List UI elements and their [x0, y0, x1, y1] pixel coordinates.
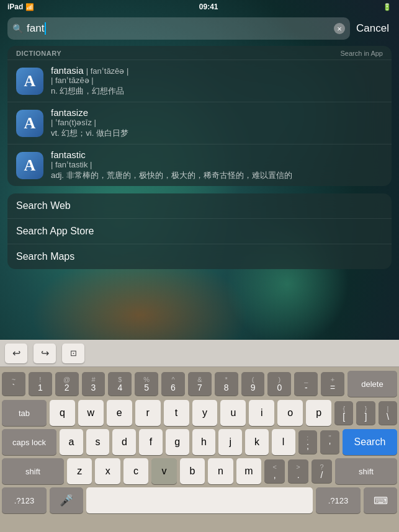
- key-rparen-0[interactable]: )0: [267, 372, 291, 396]
- suggestion-search-web[interactable]: Search Web: [7, 193, 392, 218]
- key-i[interactable]: i: [249, 400, 274, 426]
- keyboard: ↩ ↪ ⊡ ~` !1 @2 #3 $4 %5 ^6 &7 *8 (9 )0 _…: [0, 340, 399, 532]
- undo-button[interactable]: ↩: [5, 344, 27, 363]
- keyboard-row-qwerty: tab q w e r t y u i o p {[ }] |\: [2, 400, 397, 426]
- key-b[interactable]: b: [180, 458, 205, 484]
- battery-icon: 🔋: [383, 3, 392, 11]
- key-e[interactable]: e: [107, 400, 132, 426]
- left-shift-key[interactable]: shift: [2, 458, 64, 484]
- suggestion-label: Search Web: [16, 200, 71, 211]
- key-at-2[interactable]: @2: [55, 372, 79, 396]
- key-s[interactable]: s: [86, 429, 110, 455]
- key-f[interactable]: f: [139, 429, 163, 455]
- key-lparen-9[interactable]: (9: [241, 372, 265, 396]
- status-right: 🔋: [383, 3, 392, 11]
- key-u[interactable]: u: [220, 400, 246, 426]
- dictionary-item[interactable]: A fantasize | ˈfan(t)əsīz | vt. 幻想；vi. 做…: [7, 102, 392, 144]
- dict-content: fantasize | ˈfan(t)əsīz | vt. 幻想；vi. 做白日…: [51, 107, 383, 139]
- key-m[interactable]: m: [236, 458, 261, 484]
- suggestion-search-maps[interactable]: Search Maps: [7, 244, 392, 269]
- delete-key[interactable]: delete: [347, 371, 397, 397]
- key-h[interactable]: h: [192, 429, 216, 455]
- key-pipe-backslash[interactable]: |\: [379, 401, 397, 425]
- search-bar[interactable]: 🔍 fant Cancel: [7, 17, 392, 40]
- suggestion-search-appstore[interactable]: Search App Store: [7, 218, 392, 244]
- key-o[interactable]: o: [277, 400, 303, 426]
- key-z[interactable]: z: [67, 458, 92, 484]
- results-panel: DICTIONARY Search in App A fantasia | fa…: [7, 46, 392, 269]
- dict-word: fantastic: [51, 149, 383, 160]
- key-w[interactable]: w: [78, 400, 104, 426]
- redo-button[interactable]: ↪: [34, 344, 56, 363]
- keyboard-row-space: .?123 🎤 .?123 ⌨: [2, 487, 397, 513]
- query-text: fant: [27, 22, 44, 34]
- search-in-app-link[interactable]: Search in App: [341, 50, 383, 57]
- search-key[interactable]: Search: [343, 429, 397, 455]
- key-c[interactable]: c: [123, 458, 148, 484]
- key-hash-3[interactable]: #3: [82, 372, 105, 396]
- key-v[interactable]: v: [151, 458, 176, 484]
- key-lbrace-lbracket[interactable]: {[: [334, 401, 353, 425]
- key-a[interactable]: a: [60, 429, 83, 455]
- key-p[interactable]: p: [306, 400, 331, 426]
- key-g[interactable]: g: [166, 429, 189, 455]
- dictionary-header: DICTIONARY Search in App: [7, 46, 392, 60]
- status-time: 09:41: [199, 2, 218, 11]
- key-123-right[interactable]: .?123: [316, 487, 361, 513]
- paste-button[interactable]: ⊡: [62, 344, 84, 363]
- key-rbrace-rbracket[interactable]: }]: [356, 401, 375, 425]
- screen: iPad 📶 09:41 🔋 🔍 fant Cancel DICTIONARY …: [0, 0, 399, 532]
- dict-word: fantasize: [51, 107, 383, 118]
- search-query: fant: [27, 22, 330, 35]
- search-input-container[interactable]: 🔍 fant: [7, 17, 350, 40]
- key-plus-equals[interactable]: +=: [321, 372, 344, 396]
- dictionary-label: DICTIONARY: [16, 50, 61, 57]
- dict-definition: adj. 非常棒的，荒唐的，极快的，极大的，稀奇古怪的，难以置信的: [51, 170, 383, 181]
- dict-definition: n. 幻想曲，幻想作品: [51, 86, 383, 97]
- keyboard-row-numbers: ~` !1 @2 #3 $4 %5 ^6 &7 *8 (9 )0 _- += d…: [2, 371, 397, 397]
- dict-definition: vt. 幻想；vi. 做白日梦: [51, 128, 383, 139]
- keyboard-dismiss-key[interactable]: ⌨: [364, 487, 397, 513]
- dict-phonetic-display: | fanˈtastik |: [51, 160, 383, 169]
- key-amp-7[interactable]: &7: [188, 372, 212, 396]
- caps-lock-key[interactable]: caps lock: [2, 429, 56, 455]
- key-star-8[interactable]: *8: [215, 372, 238, 396]
- keyboard-row-asdf: caps lock a s d f g h j k l :; "' Search: [2, 429, 397, 455]
- key-n[interactable]: n: [208, 458, 233, 484]
- microphone-key[interactable]: 🎤: [50, 487, 83, 513]
- dictionary-item[interactable]: A fantastic | fanˈtastik | adj. 非常棒的，荒唐的…: [7, 144, 392, 186]
- cancel-button[interactable]: Cancel: [354, 22, 392, 35]
- key-percent-5[interactable]: %5: [135, 372, 158, 396]
- key-q[interactable]: q: [50, 400, 75, 426]
- key-t[interactable]: t: [164, 400, 189, 426]
- key-question-slash[interactable]: ?/: [312, 459, 332, 483]
- key-dollar-4[interactable]: $4: [108, 372, 132, 396]
- key-k[interactable]: k: [245, 429, 269, 455]
- key-l[interactable]: l: [272, 429, 295, 455]
- space-key[interactable]: [86, 487, 313, 513]
- key-y[interactable]: y: [192, 400, 218, 426]
- key-underscore-minus[interactable]: _-: [294, 372, 318, 396]
- key-j[interactable]: j: [218, 429, 242, 455]
- dict-icon: A: [16, 110, 43, 137]
- dict-phonetic-display: | ˈfan(t)əsīz |: [51, 118, 383, 127]
- text-cursor: [45, 22, 46, 35]
- search-clear-button[interactable]: [334, 23, 345, 34]
- right-shift-key[interactable]: shift: [335, 458, 397, 484]
- key-d[interactable]: d: [112, 429, 136, 455]
- key-excl-1[interactable]: !1: [29, 372, 52, 396]
- key-caret-6[interactable]: ^6: [161, 372, 185, 396]
- keyboard-row-zxcv: shift z x c v b n m <, >. ?/ shift: [2, 458, 397, 484]
- key-lt-comma[interactable]: <,: [264, 459, 285, 483]
- key-123-left[interactable]: .?123: [2, 487, 47, 513]
- key-gt-period[interactable]: >.: [288, 459, 308, 483]
- suggestion-label: Search App Store: [16, 226, 94, 237]
- dict-icon: A: [16, 152, 43, 179]
- key-tilde-grave[interactable]: ~`: [2, 372, 25, 396]
- tab-key[interactable]: tab: [2, 400, 47, 426]
- key-r[interactable]: r: [135, 400, 161, 426]
- key-x[interactable]: x: [95, 458, 120, 484]
- dictionary-item[interactable]: A fantasia | fanˈtāzēə | | fanˈtāzēə | n…: [7, 60, 392, 102]
- key-quote-apostrophe[interactable]: "': [320, 430, 339, 454]
- key-colon-semicolon[interactable]: :;: [298, 430, 318, 454]
